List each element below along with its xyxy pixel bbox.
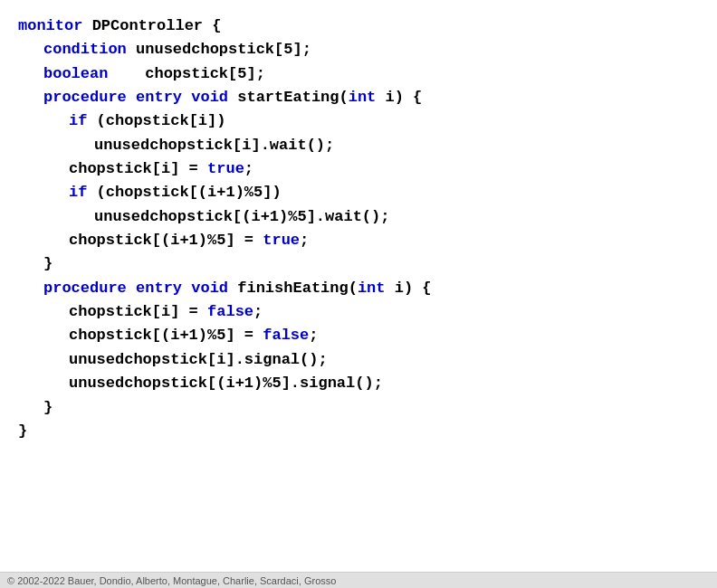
- code-token: void: [191, 89, 237, 106]
- code-token: int: [349, 89, 386, 106]
- code-token: startEating(: [237, 89, 348, 106]
- code-line: unusedchopstick[i].signal();: [18, 348, 699, 372]
- code-line: procedure entry void startEating(int i) …: [18, 86, 699, 109]
- code-token: true: [263, 232, 300, 249]
- code-line: monitor DPController {: [18, 14, 699, 38]
- code-token: int: [358, 280, 395, 297]
- code-token: if: [69, 184, 97, 201]
- code-token: }: [43, 255, 53, 272]
- code-line: }: [18, 396, 699, 420]
- code-token: unusedchopstick[i].wait();: [94, 137, 334, 154]
- code-token: true: [207, 160, 244, 177]
- code-token: chopstick[i] =: [69, 303, 207, 320]
- code-token: void: [191, 280, 237, 297]
- code-line: unusedchopstick[(i+1)%5].wait();: [18, 205, 699, 229]
- code-token: procedure: [43, 89, 136, 106]
- code-token: chopstick[(i+1)%5] =: [69, 232, 263, 249]
- code-line: condition unusedchopstick[5];: [18, 38, 699, 62]
- code-line: procedure entry void finishEating(int i)…: [18, 277, 699, 300]
- footer-bar: © 2002-2022 Bauer, Dondio, Alberto, Mont…: [0, 572, 717, 588]
- code-token: ;: [300, 232, 309, 249]
- footer-text: © 2002-2022 Bauer, Dondio, Alberto, Mont…: [7, 575, 336, 586]
- code-token: (chopstick[i]): [97, 112, 226, 129]
- code-line: chopstick[(i+1)%5] = false;: [18, 324, 699, 347]
- code-line: }: [18, 420, 699, 443]
- code-token: ;: [244, 160, 253, 177]
- code-token: entry: [136, 89, 191, 106]
- code-token: if: [69, 112, 97, 129]
- code-token: unusedchopstick[5];: [136, 41, 311, 58]
- code-token: false: [207, 303, 253, 320]
- code-token: DPController {: [92, 17, 222, 34]
- code-token: ;: [309, 327, 318, 344]
- code-token: unusedchopstick[(i+1)%5].wait();: [94, 208, 389, 225]
- code-token: false: [263, 327, 309, 344]
- code-line: if (chopstick[i]): [18, 109, 699, 133]
- code-token: chopstick[i] =: [69, 160, 207, 177]
- code-line: boolean chopstick[5];: [18, 62, 699, 86]
- code-line: }: [18, 252, 699, 276]
- code-token: entry: [136, 280, 191, 297]
- code-token: condition: [43, 41, 136, 58]
- code-line: unusedchopstick[(i+1)%5].signal();: [18, 372, 699, 395]
- code-token: (chopstick[(i+1)%5]): [97, 184, 282, 201]
- code-line: if (chopstick[(i+1)%5]): [18, 181, 699, 204]
- code-token: monitor: [18, 17, 92, 34]
- code-token: ;: [253, 303, 263, 320]
- code-token: procedure: [43, 280, 136, 297]
- code-token: chopstick[(i+1)%5] =: [69, 327, 263, 344]
- code-container: monitor DPController {condition unusedch…: [0, 0, 717, 588]
- code-token: }: [18, 422, 27, 440]
- code-line: chopstick[(i+1)%5] = true;: [18, 229, 699, 252]
- code-line: unusedchopstick[i].wait();: [18, 134, 699, 157]
- code-token: i) {: [395, 280, 432, 297]
- code-token: unusedchopstick[i].signal();: [69, 351, 328, 368]
- code-token: unusedchopstick[(i+1)%5].signal();: [69, 375, 383, 392]
- code-token: boolean: [43, 65, 108, 82]
- code-token: i) {: [386, 89, 423, 106]
- code-line: chopstick[i] = false;: [18, 300, 699, 324]
- code-line: chopstick[i] = true;: [18, 157, 699, 181]
- code-token: }: [43, 399, 53, 416]
- code-token: chopstick[5];: [108, 65, 264, 82]
- code-token: finishEating(: [237, 280, 358, 297]
